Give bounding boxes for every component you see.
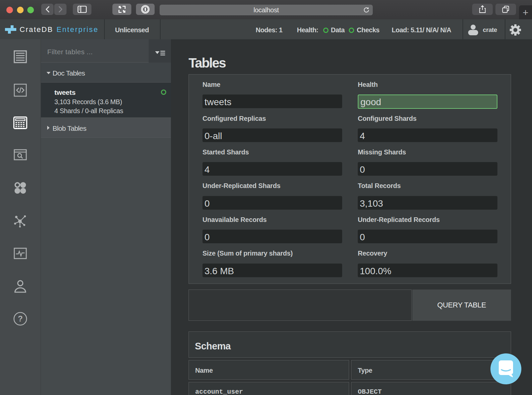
svg-text:?: ?	[18, 314, 23, 323]
